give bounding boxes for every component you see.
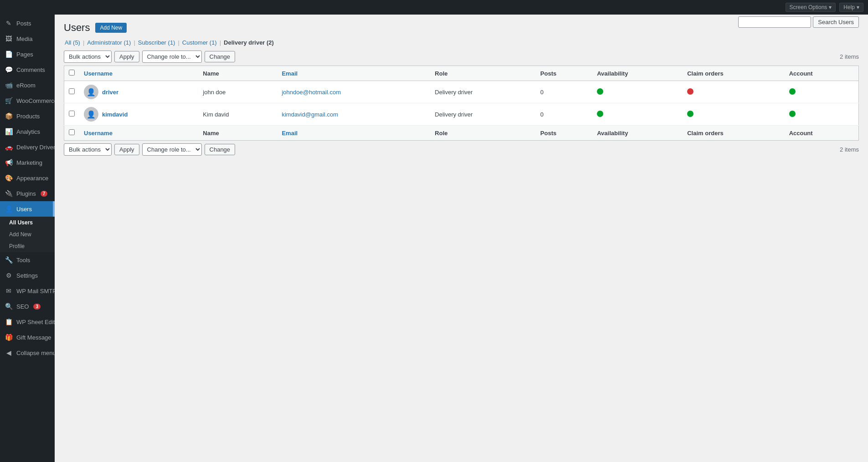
sidebar-item-users[interactable]: 👤 Users — [0, 201, 55, 217]
avatar: 👤 — [84, 107, 98, 122]
sidebar: ⊞ Dashboard ✎ Posts 🖼 Media 📄 Pages 💬 Co… — [0, 0, 55, 462]
sidebar-item-label: Comments — [16, 66, 45, 73]
name-cell: john doe — [198, 81, 277, 103]
change-button-bottom[interactable]: Change — [205, 144, 236, 155]
sidebar-item-label: WP Mail SMTP — [16, 288, 55, 294]
screen-options-button[interactable]: Screen Options ▾ — [786, 3, 836, 12]
sidebar-item-comments[interactable]: 💬 Comments — [0, 62, 55, 77]
row-checkbox-cell — [64, 81, 80, 103]
help-button[interactable]: Help ▾ — [839, 3, 863, 12]
sidebar-item-label: Marketing — [16, 159, 42, 166]
username-cell: 👤 driver — [79, 81, 198, 103]
sidebar-item-tools[interactable]: 🔧 Tools — [0, 252, 55, 268]
sidebar-item-eroom[interactable]: 📹 eRoom — [0, 77, 55, 93]
account-dot — [789, 88, 796, 95]
change-role-select-bottom[interactable]: Change role to... — [142, 143, 202, 156]
eroom-icon: 📹 — [5, 81, 13, 89]
sidebar-item-wp-sheet-editor[interactable]: 📋 WP Sheet Editor — [0, 314, 55, 330]
filter-tab-administrator[interactable]: Administrator (1) — [86, 39, 132, 46]
filter-tabs: All (5) | Administrator (1) | Subscriber… — [64, 39, 859, 46]
sidebar-item-label: Plugins — [16, 190, 36, 197]
row-checkbox-cell — [64, 103, 80, 126]
sidebar-item-woocommerce[interactable]: 🛒 WooCommerce — [0, 93, 55, 108]
sidebar-item-seo[interactable]: 🔍 SEO 3 — [0, 299, 55, 314]
change-button-top[interactable]: Change — [205, 51, 236, 62]
sidebar-item-label: eRoom — [16, 82, 36, 89]
sidebar-item-products[interactable]: 📦 Products — [0, 108, 55, 124]
sidebar-item-label: Media — [16, 36, 32, 42]
appearance-icon: 🎨 — [5, 174, 13, 182]
tools-icon: 🔧 — [5, 256, 13, 264]
sidebar-item-label: Collapse menu — [16, 350, 55, 356]
email-footer[interactable]: Email — [277, 126, 430, 141]
row-checkbox[interactable] — [69, 111, 75, 117]
gift-message-icon: 🎁 — [5, 333, 13, 341]
bulk-actions-select-top[interactable]: Bulk actions — [64, 51, 112, 63]
sidebar-item-settings[interactable]: ⚙ Settings — [0, 268, 55, 283]
table-footer-row: Username Name Email Role Posts Availabil… — [64, 126, 859, 141]
analytics-icon: 📊 — [5, 127, 13, 136]
email-link[interactable]: johndoe@hotmail.com — [282, 89, 341, 96]
settings-icon: ⚙ — [5, 271, 13, 279]
select-all-header — [64, 66, 80, 81]
sidebar-item-analytics[interactable]: 📊 Analytics — [0, 124, 55, 139]
users-table: Username Name Email Role Posts Availabil… — [64, 66, 859, 141]
avatar: 👤 — [84, 85, 98, 99]
username-header[interactable]: Username — [79, 66, 198, 81]
items-count-bottom: 2 items — [840, 146, 859, 153]
search-input[interactable] — [738, 16, 811, 28]
comments-icon: 💬 — [5, 66, 13, 74]
pages-icon: 📄 — [5, 50, 13, 58]
sidebar-item-marketing[interactable]: 📢 Marketing — [0, 155, 55, 170]
sidebar-item-media[interactable]: 🖼 Media — [0, 31, 55, 46]
page-title: Users — [64, 22, 90, 34]
filter-tab-subscriber[interactable]: Subscriber (1) — [137, 39, 176, 46]
account-footer: Account — [785, 126, 859, 141]
table-header-row: Username Name Email Role Posts Availabil… — [64, 66, 859, 81]
username-link[interactable]: driver — [102, 89, 118, 96]
sidebar-item-posts[interactable]: ✎ Posts — [0, 15, 55, 31]
availability-header: Availability — [592, 66, 683, 81]
sidebar-item-label: Settings — [16, 272, 38, 279]
username-link[interactable]: kimdavid — [102, 111, 128, 118]
sidebar-submenu-add-new[interactable]: Add New — [0, 228, 55, 240]
apply-button-bottom[interactable]: Apply — [114, 144, 139, 155]
sidebar-item-plugins[interactable]: 🔌 Plugins 7 — [0, 186, 55, 201]
sidebar-item-wp-mail-smtp[interactable]: ✉ WP Mail SMTP — [0, 283, 55, 299]
sidebar-item-gift-message[interactable]: 🎁 Gift Message — [0, 330, 55, 345]
add-new-button[interactable]: Add New — [95, 23, 127, 33]
sidebar-item-label: WooCommerce — [16, 97, 55, 104]
search-row: Search Users — [738, 16, 859, 28]
claim-orders-footer: Claim orders — [683, 126, 784, 141]
chevron-down-icon: ▾ — [829, 4, 832, 10]
claim-orders-header: Claim orders — [683, 66, 784, 81]
select-all-checkbox-footer[interactable] — [69, 129, 75, 135]
search-users-button[interactable]: Search Users — [813, 16, 859, 28]
bulk-actions-select-bottom[interactable]: Bulk actions — [64, 143, 112, 156]
username-footer[interactable]: Username — [79, 126, 198, 141]
filter-tab-customer[interactable]: Customer (1) — [181, 39, 218, 46]
email-link[interactable]: kimdavid@gmail.com — [282, 111, 338, 118]
sidebar-submenu-all-users[interactable]: All Users — [0, 217, 55, 228]
sidebar-item-pages[interactable]: 📄 Pages — [0, 46, 55, 62]
sidebar-submenu-profile[interactable]: Profile — [0, 240, 55, 252]
filter-sep: | — [134, 39, 135, 46]
role-cell: Delivery driver — [430, 81, 536, 103]
filter-sep: | — [220, 39, 221, 46]
apply-button-top[interactable]: Apply — [114, 51, 139, 62]
email-header[interactable]: Email — [277, 66, 430, 81]
sidebar-item-collapse-menu[interactable]: ◀ Collapse menu — [0, 345, 55, 360]
change-role-select-top[interactable]: Change role to... — [142, 51, 202, 63]
sidebar-item-delivery-drivers[interactable]: 🚗 Delivery Drivers — [0, 139, 55, 155]
row-checkbox[interactable] — [69, 88, 75, 94]
sidebar-item-appearance[interactable]: 🎨 Appearance — [0, 170, 55, 186]
media-icon: 🖼 — [5, 35, 13, 43]
account-dot — [789, 111, 796, 117]
posts-cell: 0 — [536, 81, 592, 103]
plugins-icon: 🔌 — [5, 189, 13, 198]
filter-tab-all[interactable]: All (5) — [64, 39, 81, 46]
name-footer: Name — [198, 126, 277, 141]
products-icon: 📦 — [5, 112, 13, 120]
profile-sub-label: Profile — [9, 243, 25, 249]
select-all-checkbox[interactable] — [69, 70, 75, 76]
